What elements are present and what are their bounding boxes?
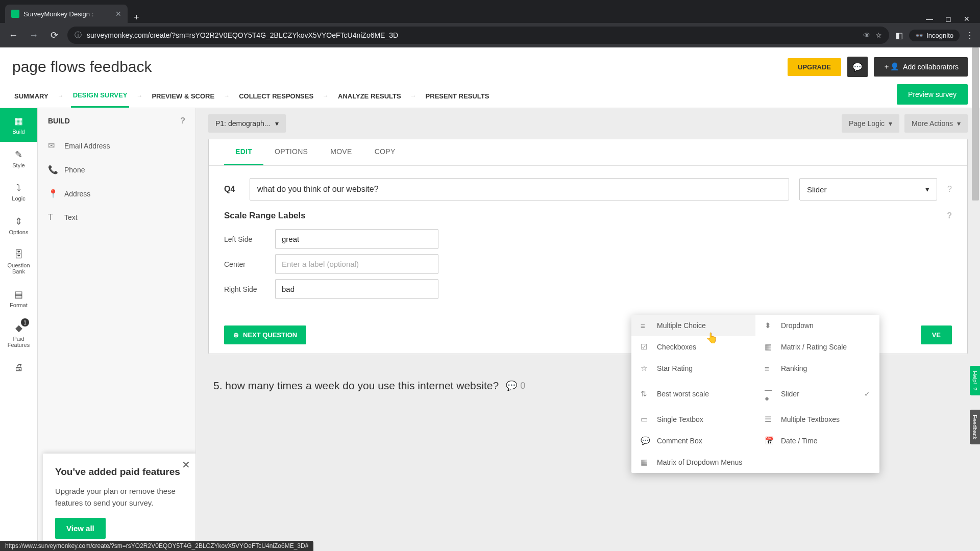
help-icon[interactable]: ? xyxy=(947,185,952,194)
upsell-card: ✕ You've added paid features Upgrade you… xyxy=(43,454,196,551)
rail-label: Options xyxy=(9,229,29,235)
eye-off-icon[interactable]: 👁 xyxy=(863,31,870,39)
rail-logic[interactable]: ⤵ Logic xyxy=(0,176,37,209)
type-label: Star Rating xyxy=(657,364,693,372)
close-tab-icon[interactable]: ✕ xyxy=(115,10,121,18)
bookmark-star-icon[interactable]: ☆ xyxy=(875,31,882,39)
rail-options[interactable]: ⇕ Options xyxy=(0,209,37,242)
type-option-checkboxes[interactable]: ☑ Checkboxes xyxy=(631,336,755,358)
reload-icon[interactable]: ⟳ xyxy=(47,30,61,41)
tab-design-survey[interactable]: DESIGN SURVEY xyxy=(71,84,130,108)
browser-tab[interactable]: SurveyMonkey Design : ✕ xyxy=(5,5,128,23)
page-selector[interactable]: P1: demograph... ▾ xyxy=(208,114,286,133)
branch-icon: ⤵ xyxy=(2,183,35,193)
chevron-right-icon: → xyxy=(220,92,233,99)
upsell-title: You've added paid features xyxy=(55,466,185,479)
forward-icon[interactable]: → xyxy=(27,30,41,41)
type-option-best-worst[interactable]: ⇅ Best worst scale xyxy=(631,379,755,409)
diamond-icon: ◆ xyxy=(2,322,35,334)
type-label: Best worst scale xyxy=(657,390,709,398)
ranking-icon: ≡ xyxy=(765,364,774,373)
close-icon[interactable]: ✕ xyxy=(182,459,190,471)
canvas: P1: demograph... ▾ Page Logic ▾ More Act… xyxy=(196,108,980,551)
help-icon[interactable]: ? xyxy=(947,211,952,220)
close-window-icon[interactable]: ✕ xyxy=(964,15,970,23)
site-info-icon[interactable]: ⓘ xyxy=(75,31,82,40)
help-icon[interactable]: ? xyxy=(180,116,185,126)
scale-icon: ⇅ xyxy=(641,389,650,398)
build-title: BUILD xyxy=(48,117,70,125)
type-option-matrix[interactable]: ▦ Matrix / Rating Scale xyxy=(755,336,879,358)
type-label: Comment Box xyxy=(657,437,702,445)
print-icon: 🖨 xyxy=(2,362,35,373)
type-option-single-textbox[interactable]: ▭ Single Textbox xyxy=(631,409,755,430)
save-button[interactable]: VE xyxy=(921,325,952,344)
type-option-star-rating[interactable]: ☆ Star Rating xyxy=(631,358,755,379)
type-option-dropdown[interactable]: ⬍ Dropdown xyxy=(755,315,879,336)
question-type-dropdown[interactable]: Slider ▾ xyxy=(799,178,937,201)
tab-summary[interactable]: SUMMARY xyxy=(12,85,51,107)
preview-survey-button[interactable]: Preview survey xyxy=(897,84,968,105)
new-tab-button[interactable]: + xyxy=(128,12,145,23)
tab-collect-responses[interactable]: COLLECT RESPONSES xyxy=(237,85,315,107)
view-all-button[interactable]: View all xyxy=(55,518,106,539)
calendar-icon: 📅 xyxy=(765,436,774,445)
question-text-input[interactable] xyxy=(250,178,789,201)
type-option-matrix-dropdown[interactable]: ▦ Matrix of Dropdown Menus xyxy=(631,452,755,473)
tab-options[interactable]: OPTIONS xyxy=(263,139,319,165)
help-tab[interactable]: Help! ? xyxy=(970,366,980,395)
build-item-text[interactable]: T Text xyxy=(38,206,195,229)
rail-format[interactable]: ▤ Format xyxy=(0,282,37,315)
canvas-toolbar: P1: demograph... ▾ Page Logic ▾ More Act… xyxy=(208,114,968,133)
rail-style[interactable]: ✎ Style xyxy=(0,142,37,176)
left-label-row: Left Side xyxy=(224,229,952,249)
tab-edit[interactable]: EDIT xyxy=(224,139,263,165)
back-icon[interactable]: ← xyxy=(6,30,20,41)
page-logic-dropdown[interactable]: Page Logic ▾ xyxy=(842,114,899,133)
minimize-icon[interactable]: — xyxy=(926,15,933,23)
build-item-email[interactable]: ✉ Email Address xyxy=(38,134,195,158)
chat-button[interactable]: 💬 xyxy=(847,57,868,77)
type-label: Matrix / Rating Scale xyxy=(781,343,847,351)
center-label-input[interactable] xyxy=(275,254,438,274)
build-item-address[interactable]: 📍 Address xyxy=(38,182,195,206)
type-option-multiple-textboxes[interactable]: ☰ Multiple Textboxes xyxy=(755,409,879,430)
left-label-input[interactable] xyxy=(275,229,438,249)
type-option-slider[interactable]: —● Slider ✓ xyxy=(755,379,879,409)
maximize-icon[interactable]: ◻ xyxy=(945,15,951,23)
build-item-phone[interactable]: 📞 Phone xyxy=(38,158,195,182)
tab-preview-score[interactable]: PREVIEW & SCORE xyxy=(150,85,216,107)
rail-paid-features[interactable]: 1 ◆ Paid Features xyxy=(0,315,37,355)
upgrade-button[interactable]: UPGRADE xyxy=(788,58,841,76)
tab-analyze-results[interactable]: ANALYZE RESULTS xyxy=(336,85,403,107)
incognito-badge[interactable]: 👓 Incognito xyxy=(909,30,960,41)
badge-count: 1 xyxy=(21,318,29,327)
help-label: Help! xyxy=(972,371,978,384)
tab-copy[interactable]: COPY xyxy=(363,139,407,165)
type-option-multiple-choice[interactable]: ≡ Multiple Choice xyxy=(631,315,755,336)
browser-toolbar: ← → ⟳ ⓘ surveymonkey.com/create/?sm=rsYO… xyxy=(0,23,980,47)
type-option-ranking[interactable]: ≡ Ranking xyxy=(755,358,879,379)
right-label-input[interactable] xyxy=(275,279,438,299)
collab-label: Add collaborators xyxy=(903,63,959,71)
rail-build[interactable]: ▦ Build xyxy=(0,108,37,142)
tab-present-results[interactable]: PRESENT RESULTS xyxy=(424,85,492,107)
url-bar[interactable]: ⓘ surveymonkey.com/create/?sm=rsYO2R2V0E… xyxy=(67,27,889,44)
side-panel-icon[interactable]: ◧ xyxy=(895,31,903,40)
add-collaborators-button[interactable]: ＋👤 Add collaborators xyxy=(874,57,968,77)
feedback-tab[interactable]: Feedback xyxy=(970,410,980,444)
q5-text: 5. how many times a week do you use this… xyxy=(213,380,499,392)
grid-icon: ▦ xyxy=(765,342,774,352)
more-actions-dropdown[interactable]: More Actions ▾ xyxy=(904,114,968,133)
right-label-name: Right Side xyxy=(224,285,265,293)
type-option-comment-box[interactable]: 💬 Comment Box xyxy=(631,430,755,452)
chevron-down-icon: ▾ xyxy=(957,119,961,128)
comment-count[interactable]: 💬 0 xyxy=(506,380,525,391)
kebab-menu-icon[interactable]: ⋮ xyxy=(966,31,974,40)
survey-title[interactable]: page flows feedback xyxy=(12,58,152,76)
type-option-date-time[interactable]: 📅 Date / Time xyxy=(755,430,879,452)
tab-move[interactable]: MOVE xyxy=(319,139,363,165)
rail-question-bank[interactable]: 🗄 Question Bank xyxy=(0,242,37,282)
next-question-button[interactable]: ⊕ NEXT QUESTION xyxy=(224,325,306,344)
rail-print[interactable]: 🖨 xyxy=(0,355,37,382)
